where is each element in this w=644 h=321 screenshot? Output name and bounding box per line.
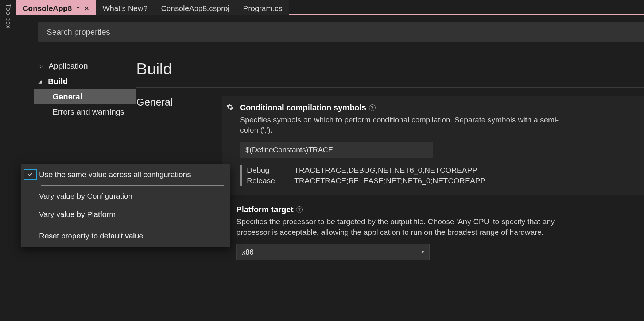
sidebar-item-build[interactable]: Build: [16, 74, 136, 89]
menu-separator: [41, 225, 224, 225]
cfg-value: TRACETRACE;RELEASE;NET;NET6_0;NETCOREAPP: [294, 175, 485, 186]
chevron-down-icon: ▼: [420, 249, 425, 255]
sidebar-item-label: Errors and warnings: [53, 107, 124, 117]
section-general-title: General: [136, 96, 206, 108]
prop-conditional-title: Conditional compilation symbols ?: [240, 103, 376, 112]
cm-label: Vary value by Configuration: [39, 192, 132, 200]
tab-csproj[interactable]: ConsoleApp8.csproj: [154, 0, 236, 15]
sidebar-item-label: General: [53, 92, 82, 102]
prop-title-text: Conditional compilation symbols: [240, 103, 366, 112]
config-table: Debug TRACETRACE;DEBUG;NET;NET6_0;NETCOR…: [240, 165, 635, 186]
tab-label: Program.cs: [243, 4, 282, 13]
select-value: x86: [242, 248, 253, 256]
close-icon[interactable]: ✕: [84, 5, 89, 12]
check-icon: [24, 169, 37, 180]
search-input[interactable]: [47, 27, 644, 37]
cm-same-all-configs[interactable]: Use the same value across all configurat…: [21, 165, 230, 184]
help-icon[interactable]: ?: [296, 206, 303, 213]
cm-label: Vary value by Platform: [39, 210, 116, 219]
sidebar-item-general[interactable]: General: [34, 89, 136, 104]
prop-title-text: Platform target: [236, 205, 293, 214]
sidebar-item-errors[interactable]: Errors and warnings: [16, 104, 136, 120]
toolbox-label: Toolbox: [4, 4, 12, 29]
tab-program-cs[interactable]: Program.cs: [236, 0, 289, 15]
menu-separator: [41, 185, 224, 186]
tab-label: ConsoleApp8: [23, 4, 72, 13]
sidebar-item-label: Build: [48, 77, 68, 86]
divider: [136, 87, 644, 88]
cfg-name: Debug: [247, 165, 280, 175]
toolbox-rail[interactable]: Toolbox: [0, 0, 16, 321]
cm-vary-config[interactable]: Vary value by Configuration: [21, 187, 230, 205]
tab-underline: [289, 14, 644, 15]
cfg-value: TRACETRACE;DEBUG;NET;NET6_0;NETCOREAPP: [294, 165, 477, 175]
cfg-name: Release: [247, 175, 280, 186]
check-placeholder: [24, 230, 37, 241]
sidebar-item-label: Application: [49, 61, 88, 71]
document-tabbar: ConsoleApp8 ✕ What's New? ConsoleApp8.cs…: [16, 0, 644, 15]
tab-label: What's New?: [102, 4, 147, 13]
conditional-symbols-input[interactable]: [240, 142, 433, 158]
cm-label: Reset property to default value: [39, 232, 143, 240]
platform-target-select[interactable]: x86 ▼: [236, 244, 430, 260]
table-row: Release TRACETRACE;RELEASE;NET;NET6_0;NE…: [247, 175, 635, 186]
cm-vary-platform[interactable]: Vary value by Platform: [21, 205, 230, 223]
pin-icon[interactable]: [75, 5, 81, 12]
cm-label: Use the same value across all configurat…: [39, 170, 191, 179]
table-row: Debug TRACETRACE;DEBUG;NET;NET6_0;NETCOR…: [247, 165, 635, 175]
prop-conditional-desc: Specifies symbols on which to perform co…: [240, 115, 561, 135]
page-title: Build: [136, 60, 644, 78]
property-context-menu: Use the same value across all configurat…: [20, 164, 230, 247]
prop-platform-desc: Specifies the processor to be targeted b…: [236, 217, 557, 237]
tab-label: ConsoleApp8.csproj: [161, 4, 229, 13]
check-placeholder: [24, 191, 37, 202]
check-placeholder: [24, 209, 37, 220]
tab-whats-new[interactable]: What's New?: [96, 0, 154, 15]
help-icon[interactable]: ?: [369, 104, 376, 111]
prop-platform-title: Platform target ?: [236, 205, 303, 214]
tab-consoleapp8[interactable]: ConsoleApp8 ✕: [16, 0, 96, 15]
cm-reset-default[interactable]: Reset property to default value: [21, 227, 230, 245]
sidebar-item-application[interactable]: Application: [16, 58, 136, 74]
search-row: [38, 22, 644, 42]
